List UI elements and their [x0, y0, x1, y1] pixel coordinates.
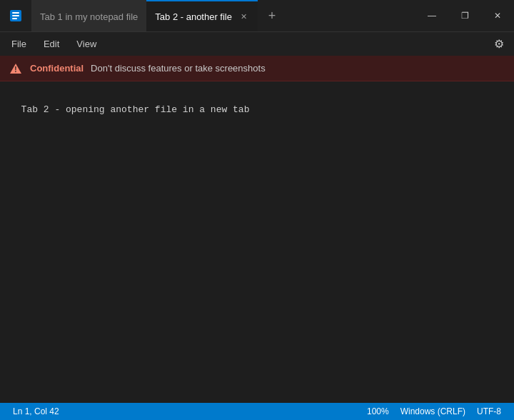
cursor-position[interactable]: Ln 1, Col 42 — [7, 403, 65, 420]
tab-1[interactable]: Tab 1 in my notepad file — [31, 0, 146, 31]
settings-button[interactable]: ⚙ — [487, 32, 511, 56]
editor-content: Tab 2 - opening another file in a new ta… — [21, 104, 250, 115]
window-controls: — ❐ ✕ — [415, 0, 514, 31]
tab-2[interactable]: Tab 2 - another file ✕ — [146, 0, 258, 31]
new-tab-icon: + — [268, 9, 276, 24]
status-bar: Ln 1, Col 42 100% Windows (CRLF) UTF-8 — [0, 403, 514, 420]
confidential-label: Confidential — [30, 63, 84, 74]
editor-area[interactable]: Tab 2 - opening another file in a new ta… — [0, 81, 514, 403]
title-bar: Tab 1 in my notepad file Tab 2 - another… — [0, 0, 514, 31]
maximize-icon: ❐ — [461, 11, 469, 21]
svg-text:!: ! — [14, 66, 16, 74]
svg-rect-2 — [12, 15, 19, 16]
close-icon: ✕ — [494, 11, 501, 21]
new-tab-button[interactable]: + — [259, 3, 285, 29]
tab-2-label: Tab 2 - another file — [155, 11, 232, 22]
svg-rect-3 — [12, 18, 17, 19]
menu-bar: File Edit View ⚙ — [0, 31, 514, 56]
tab-1-label: Tab 1 in my notepad file — [40, 11, 138, 22]
minimize-icon: — — [428, 11, 436, 21]
menu-view[interactable]: View — [68, 36, 105, 52]
close-button[interactable]: ✕ — [481, 0, 514, 31]
warning-icon: ! — [9, 61, 23, 76]
confidential-description: Don't discuss features or take screensho… — [91, 63, 266, 74]
maximize-button[interactable]: ❐ — [448, 0, 481, 31]
zoom-level[interactable]: 100% — [361, 403, 395, 420]
encoding[interactable]: UTF-8 — [471, 403, 507, 420]
svg-rect-1 — [12, 12, 19, 14]
settings-icon: ⚙ — [494, 37, 504, 51]
tab-2-close-button[interactable]: ✕ — [238, 11, 249, 22]
minimize-button[interactable]: — — [415, 0, 448, 31]
menu-file[interactable]: File — [3, 36, 35, 52]
line-ending[interactable]: Windows (CRLF) — [395, 403, 471, 420]
confidential-banner: ! Confidential Don't discuss features or… — [0, 56, 514, 81]
menu-edit[interactable]: Edit — [35, 36, 68, 52]
app-icon — [0, 0, 31, 31]
